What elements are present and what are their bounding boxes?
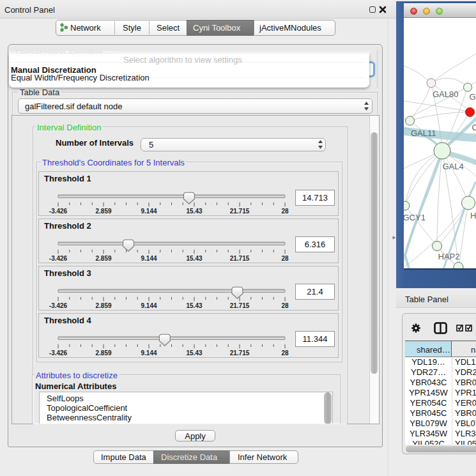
- svg-text:-3.426: -3.426: [49, 349, 68, 357]
- svg-text:2.859: 2.859: [95, 349, 111, 357]
- svg-text:-3.426: -3.426: [49, 208, 68, 215]
- svg-text:15.43: 15.43: [186, 302, 202, 309]
- svg-text:21.715: 21.715: [230, 349, 250, 357]
- svg-text:HAP2: HAP2: [438, 252, 460, 261]
- svg-text:28: 28: [281, 255, 289, 262]
- svg-text:C: C: [472, 123, 476, 132]
- svg-text:28: 28: [281, 349, 289, 357]
- svg-text:GAL11: GAL11: [411, 128, 436, 138]
- svg-text:GAL80: GAL80: [433, 89, 458, 99]
- svg-text:2.859: 2.859: [95, 255, 111, 262]
- svg-text:9.144: 9.144: [141, 302, 157, 309]
- svg-text:-3.426: -3.426: [49, 255, 68, 262]
- svg-text:GAL4: GAL4: [443, 162, 464, 171]
- svg-text:9.144: 9.144: [141, 255, 157, 262]
- svg-text:15.43: 15.43: [186, 349, 202, 357]
- svg-text:28: 28: [281, 208, 289, 215]
- svg-text:21.715: 21.715: [230, 255, 250, 262]
- svg-text:2.859: 2.859: [95, 208, 111, 215]
- svg-text:15.43: 15.43: [186, 255, 202, 262]
- svg-text:2.859: 2.859: [95, 302, 111, 309]
- svg-text:-3.426: -3.426: [49, 302, 68, 309]
- svg-text:21.715: 21.715: [230, 302, 250, 309]
- svg-text:28: 28: [281, 302, 289, 309]
- svg-text:9.144: 9.144: [141, 349, 157, 357]
- svg-text:GA: GA: [470, 92, 476, 102]
- svg-text:GCY1: GCY1: [404, 213, 426, 222]
- svg-text:H: H: [470, 211, 476, 220]
- svg-text:9.144: 9.144: [141, 208, 157, 215]
- svg-text:15.43: 15.43: [186, 208, 202, 215]
- svg-text:21.715: 21.715: [230, 208, 250, 215]
